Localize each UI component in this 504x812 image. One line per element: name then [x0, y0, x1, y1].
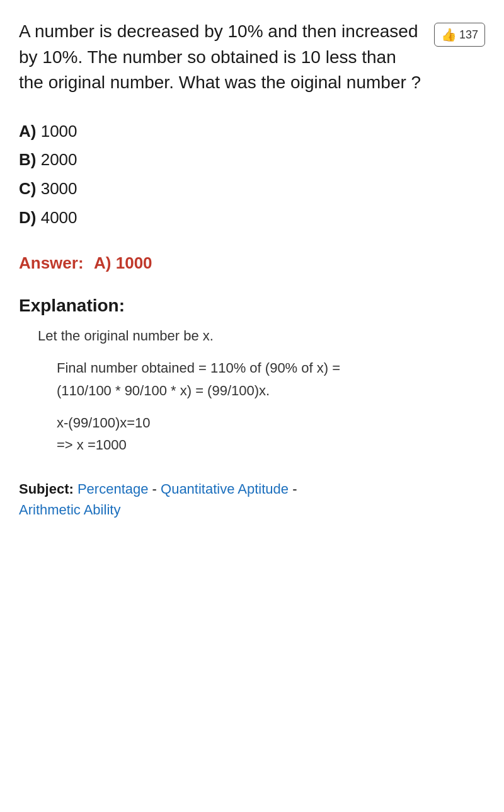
option-b: B) 2000 — [19, 147, 485, 173]
answer-value: A) 1000 — [86, 253, 152, 272]
explanation-title: Explanation: — [19, 296, 485, 316]
option-c: C) 3000 — [19, 176, 485, 202]
answer-section: Answer: A) 1000 — [19, 253, 485, 273]
option-d-value: 4000 — [41, 208, 77, 227]
option-d: D) 4000 — [19, 205, 485, 231]
option-c-letter: C) — [19, 179, 36, 198]
thumbs-up-icon: 👍 — [441, 27, 457, 42]
subject-section: Subject: Percentage - Quantitative Aptit… — [19, 478, 485, 520]
subject-label: Subject: — [19, 481, 74, 497]
option-d-letter: D) — [19, 208, 36, 227]
option-c-value: 3000 — [41, 179, 77, 198]
option-b-value: 2000 — [41, 150, 77, 169]
like-badge[interactable]: 👍 137 — [434, 23, 485, 47]
subject-divider-2: - — [292, 481, 297, 497]
subject-link-quantitative[interactable]: Quantitative Aptitude — [161, 481, 289, 497]
explanation-line-1: Let the original number be x. — [19, 325, 485, 347]
question-text: A number is decreased by 10% and then in… — [19, 19, 434, 96]
answer-label: Answer: — [19, 253, 84, 272]
like-count: 137 — [459, 28, 478, 42]
subject-link-arithmetic[interactable]: Arithmetic Ability — [19, 502, 120, 518]
explanation-body: Let the original number be x. Final numb… — [19, 325, 485, 456]
subject-link-percentage[interactable]: Percentage — [77, 481, 149, 497]
explanation-section: Explanation: Let the original number be … — [19, 296, 485, 456]
option-a-value: 1000 — [41, 122, 77, 141]
option-a: A) 1000 — [19, 119, 485, 145]
explanation-line-3: x-(99/100)x=10 => x =1000 — [19, 412, 485, 456]
subject-divider-1: - — [152, 481, 161, 497]
explanation-line-2: Final number obtained = 110% of (90% of … — [19, 357, 485, 401]
option-a-letter: A) — [19, 122, 36, 141]
option-b-letter: B) — [19, 150, 36, 169]
options-section: A) 1000 B) 2000 C) 3000 D) 4000 — [19, 119, 485, 231]
